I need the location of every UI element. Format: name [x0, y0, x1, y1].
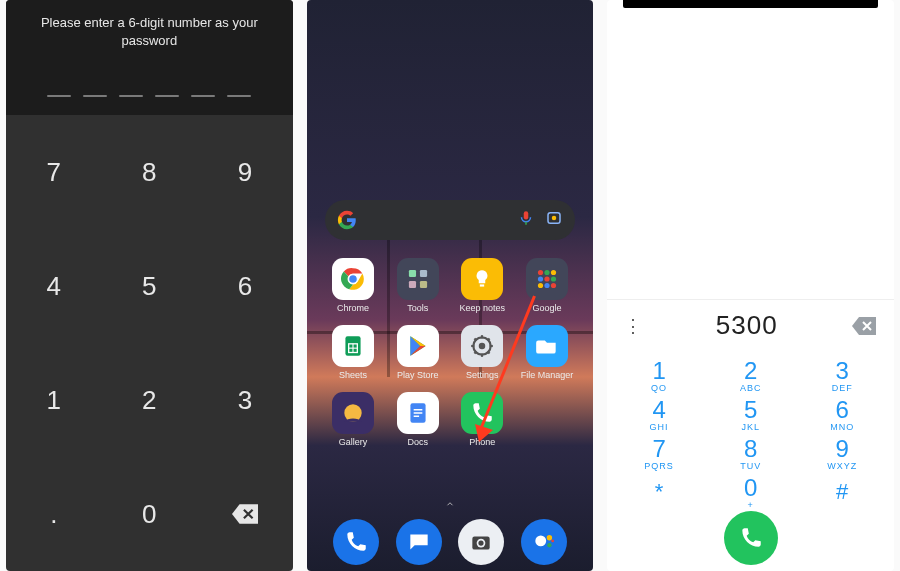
dock: [325, 519, 576, 565]
dialer-key-5[interactable]: 5JKL: [705, 394, 797, 433]
call-button[interactable]: [724, 511, 778, 565]
page-indicator[interactable]: [307, 499, 594, 509]
more-menu-button[interactable]: ⋮: [623, 315, 643, 337]
google-logo-icon: [337, 210, 357, 230]
dialer-key-7[interactable]: 7PQRS: [613, 433, 705, 472]
dock-phone[interactable]: [325, 519, 388, 565]
dialer-key-0[interactable]: 0+: [705, 472, 797, 511]
svg-rect-8: [420, 270, 427, 277]
keep-icon: [461, 258, 503, 300]
svg-point-3: [552, 216, 557, 221]
app-file-manager[interactable]: File Manager: [519, 325, 576, 380]
app-keep[interactable]: Keep notes: [454, 258, 511, 313]
svg-point-12: [538, 270, 543, 275]
chrome-icon: [332, 258, 374, 300]
dock-assistant[interactable]: [513, 519, 576, 565]
svg-line-32: [488, 351, 490, 353]
sheets-icon: [332, 325, 374, 367]
home-screen: Chrome Tools Keep notes Google Sheets: [307, 0, 594, 571]
svg-point-42: [479, 540, 484, 545]
pin-header: Please enter a 6-digit number as your pa…: [6, 0, 293, 115]
app-chrome[interactable]: Chrome: [325, 258, 382, 313]
dialer-key-3[interactable]: 3DEF: [796, 355, 888, 394]
dialer-key-6[interactable]: 6MNO: [796, 394, 888, 433]
pin-key-8[interactable]: 8: [102, 115, 198, 229]
svg-point-45: [547, 543, 551, 547]
backspace-icon: [852, 317, 876, 335]
app-play-store[interactable]: Play Store: [389, 325, 446, 380]
svg-point-17: [551, 276, 556, 281]
pin-key-2[interactable]: 2: [102, 343, 198, 457]
status-bar: [623, 0, 878, 8]
assistant-icon: [521, 519, 567, 565]
dialer-keypad: 1QO 2ABC 3DEF 4GHI 5JKL 6MNO 7PQRS 8TUV …: [607, 351, 894, 511]
lens-icon[interactable]: [545, 209, 563, 231]
svg-rect-10: [420, 281, 427, 288]
svg-line-33: [475, 351, 477, 353]
app-sheets[interactable]: Sheets: [325, 325, 382, 380]
dialer-footer: [607, 511, 894, 571]
pin-dash: [47, 95, 71, 97]
svg-point-44: [547, 535, 552, 540]
settings-icon: [461, 325, 503, 367]
pin-key-3[interactable]: 3: [197, 343, 293, 457]
svg-point-16: [544, 276, 549, 281]
pin-key-6[interactable]: 6: [197, 229, 293, 343]
messages-icon: [396, 519, 442, 565]
svg-point-19: [544, 283, 549, 288]
svg-point-13: [544, 270, 549, 275]
gallery-icon: [332, 392, 374, 434]
svg-point-26: [479, 343, 486, 350]
google-folder-icon: [526, 258, 568, 300]
dialer-key-star[interactable]: *: [613, 472, 705, 511]
app-label: Chrome: [337, 304, 369, 313]
app-grid: Chrome Tools Keep notes Google Sheets: [325, 258, 576, 447]
app-gallery[interactable]: Gallery: [325, 392, 382, 447]
dialer-key-4[interactable]: 4GHI: [613, 394, 705, 433]
app-docs[interactable]: Docs: [389, 392, 446, 447]
pin-key-9[interactable]: 9: [197, 115, 293, 229]
svg-point-18: [538, 283, 543, 288]
pin-key-1[interactable]: 1: [6, 343, 102, 457]
annotation-arrow-head: [475, 424, 493, 442]
app-label: Sheets: [339, 371, 367, 380]
app-label: Gallery: [339, 438, 368, 447]
pin-key-0[interactable]: 0: [102, 457, 198, 571]
dock-messages[interactable]: [387, 519, 450, 565]
app-tools[interactable]: Tools: [389, 258, 446, 313]
dialer-key-8[interactable]: 8TUV: [705, 433, 797, 472]
dialer-key-9[interactable]: 9WXYZ: [796, 433, 888, 472]
pin-dash: [227, 95, 251, 97]
google-search-bar[interactable]: [325, 200, 576, 240]
pin-dash: [191, 95, 215, 97]
app-label: Docs: [407, 438, 428, 447]
backspace-button[interactable]: [850, 317, 878, 335]
pin-key-backspace[interactable]: [197, 457, 293, 571]
docs-icon: [397, 392, 439, 434]
pin-key-dot[interactable]: .: [6, 457, 102, 571]
pin-key-4[interactable]: 4: [6, 229, 102, 343]
dialer-key-2[interactable]: 2ABC: [705, 355, 797, 394]
pin-key-5[interactable]: 5: [102, 229, 198, 343]
pin-dash: [83, 95, 107, 97]
dialer-key-1[interactable]: 1QO: [613, 355, 705, 394]
chevron-up-icon: [443, 499, 457, 509]
mic-icon[interactable]: [517, 209, 535, 231]
dock-camera[interactable]: [450, 519, 513, 565]
pin-dash: [155, 95, 179, 97]
pin-screen: Please enter a 6-digit number as your pa…: [6, 0, 293, 571]
svg-rect-11: [480, 284, 484, 286]
app-label: Tools: [407, 304, 428, 313]
backspace-icon: [232, 504, 258, 524]
dialer-upper: [607, 0, 894, 300]
pin-key-7[interactable]: 7: [6, 115, 102, 229]
dialer-key-hash[interactable]: #: [796, 472, 888, 511]
app-google-folder[interactable]: Google: [519, 258, 576, 313]
tools-folder-icon: [397, 258, 439, 300]
app-label: Keep notes: [460, 304, 506, 313]
pin-prompt: Please enter a 6-digit number as your pa…: [18, 14, 281, 49]
pin-dash: [119, 95, 143, 97]
dialer-display: ⋮ 5300: [607, 300, 894, 351]
files-icon: [526, 325, 568, 367]
svg-point-15: [538, 276, 543, 281]
